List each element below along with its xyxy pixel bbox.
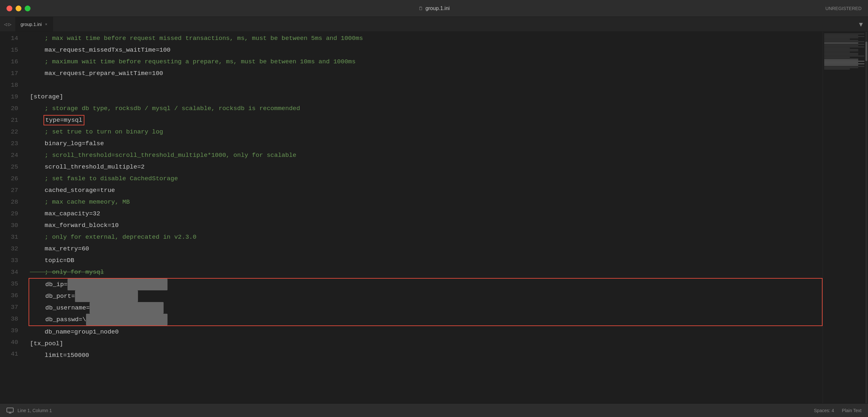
redacted-ip bbox=[67, 279, 167, 290]
code-line-30: max_forward_block=10 bbox=[30, 219, 823, 231]
nav-back-icon[interactable]: ◁ bbox=[4, 21, 7, 28]
cursor-position: Line 1, Column 1 bbox=[18, 408, 52, 413]
minimap-line bbox=[824, 44, 864, 45]
tab-label: group.1.ini bbox=[21, 22, 41, 27]
code-line-38: db_passwd=\ bbox=[29, 314, 823, 326]
minimap-line bbox=[824, 39, 850, 40]
code-line-29: max_capacity=32 bbox=[30, 208, 823, 219]
line-number: 23 bbox=[5, 138, 18, 149]
redacted-username bbox=[90, 302, 164, 314]
line-number: 30 bbox=[5, 219, 18, 231]
file-icon: 🗒 bbox=[418, 6, 423, 11]
code-line-19: [storage] bbox=[30, 91, 823, 102]
code-line-16: ; maximum wait time before requesting a … bbox=[30, 56, 823, 67]
code-line-32: max_retry=60 bbox=[30, 243, 823, 255]
code-line-40: [tx_pool] bbox=[30, 338, 823, 350]
code-line-37: db_username= bbox=[29, 302, 823, 314]
minimap-line bbox=[824, 35, 858, 36]
code-line-39: db_name=group1_node0 bbox=[30, 326, 823, 338]
svg-rect-0 bbox=[7, 408, 13, 412]
minimap-line bbox=[824, 58, 858, 59]
line-number: 15 bbox=[5, 44, 18, 56]
minimap bbox=[823, 32, 868, 404]
line-number: 34 bbox=[5, 266, 18, 278]
line-number: 19 bbox=[5, 91, 18, 102]
title-bar: 🗒 group.1.ini UNREGISTERED bbox=[0, 0, 868, 17]
redacted-port bbox=[75, 290, 138, 302]
window-title: 🗒 group.1.ini bbox=[418, 5, 450, 11]
code-line-27: cached_storage=true bbox=[30, 184, 823, 196]
code-line-22: ; set true to turn on binary log bbox=[30, 126, 823, 138]
line-number: 20 bbox=[5, 102, 18, 114]
minimap-line bbox=[824, 68, 850, 69]
minimap-line bbox=[824, 50, 858, 51]
traffic-lights bbox=[6, 5, 31, 11]
line-number: 41 bbox=[5, 348, 18, 360]
minimap-line bbox=[824, 42, 858, 43]
code-line-34: ; only for mysql bbox=[30, 266, 823, 278]
code-line-26: ; set fasle to disable CachedStorage bbox=[30, 173, 823, 184]
minimap-line bbox=[824, 37, 858, 38]
line-number: 29 bbox=[5, 208, 18, 219]
minimap-line bbox=[824, 52, 850, 53]
minimap-scrollbar-track bbox=[865, 32, 867, 404]
line-number: 35 bbox=[5, 278, 18, 290]
minimap-scrollbar-thumb[interactable] bbox=[865, 41, 867, 61]
maximize-button[interactable] bbox=[25, 5, 31, 11]
tab-group-ini[interactable]: group.1.ini × bbox=[15, 17, 53, 31]
line-number: 36 bbox=[5, 290, 18, 301]
minimap-line bbox=[824, 59, 858, 60]
unregistered-label: UNREGISTERED bbox=[826, 6, 862, 11]
line-number: 38 bbox=[5, 313, 18, 325]
code-line-21: type=mysql bbox=[30, 114, 823, 126]
minimap-line bbox=[824, 47, 864, 48]
minimap-line bbox=[824, 65, 858, 66]
code-line-24: ; scroll_threshold=scroll_threshold_mult… bbox=[30, 149, 823, 161]
tab-bar: ◁ ▷ group.1.ini × ▼ bbox=[0, 17, 868, 32]
nav-arrows[interactable]: ◁ ▷ bbox=[0, 21, 15, 28]
minimap-line bbox=[824, 61, 864, 62]
status-left: Line 1, Column 1 bbox=[6, 408, 52, 413]
line-number: 14 bbox=[5, 32, 18, 44]
minimap-line bbox=[824, 57, 850, 58]
code-line-15: max_request_missedTxs_waitTime=100 bbox=[30, 44, 823, 56]
line-number: 27 bbox=[5, 184, 18, 196]
code-line-41: limit=150000 bbox=[30, 350, 823, 361]
line-number: 25 bbox=[5, 161, 18, 173]
minimap-line bbox=[824, 66, 864, 67]
minimap-line bbox=[824, 36, 864, 37]
tab-close-button[interactable]: × bbox=[45, 22, 48, 27]
status-right: Spaces: 4 Plain Text bbox=[814, 408, 862, 413]
highlight-type-mysql: type=mysql bbox=[45, 116, 83, 124]
tab-dropdown-icon[interactable]: ▼ bbox=[854, 17, 868, 32]
line-number: 33 bbox=[5, 255, 18, 266]
minimap-line bbox=[824, 33, 864, 34]
line-number: 37 bbox=[5, 301, 18, 313]
line-number: 26 bbox=[5, 173, 18, 184]
minimap-line bbox=[824, 45, 858, 46]
minimap-line bbox=[824, 41, 864, 42]
nav-forward-icon[interactable]: ▷ bbox=[8, 21, 12, 28]
code-line-35: db_ip= bbox=[29, 278, 823, 290]
redacted-passwd bbox=[86, 314, 167, 325]
line-numbers: 14 15 16 17 18 19 20 21 22 23 24 25 26 2… bbox=[0, 32, 23, 404]
title-text: group.1.ini bbox=[426, 5, 450, 11]
line-number: 18 bbox=[5, 79, 18, 91]
minimize-button[interactable] bbox=[16, 5, 22, 11]
minimap-line bbox=[824, 54, 858, 55]
code-line-17: max_request_prepare_waitTime=100 bbox=[30, 67, 823, 79]
code-line-36: db_port= bbox=[29, 290, 823, 302]
minimap-line bbox=[824, 62, 858, 63]
minimap-line bbox=[824, 67, 858, 68]
line-number: 40 bbox=[5, 336, 18, 348]
spaces-label: Spaces: 4 bbox=[814, 408, 834, 413]
editor-wrapper: 14 15 16 17 18 19 20 21 22 23 24 25 26 2… bbox=[0, 32, 868, 404]
code-line-33: topic=DB bbox=[30, 255, 823, 266]
minimap-line bbox=[824, 49, 858, 50]
minimap-line bbox=[824, 56, 864, 57]
line-number: 21 bbox=[5, 114, 18, 126]
line-number: 22 bbox=[5, 126, 18, 138]
code-line-25: scroll_threshold_multiple=2 bbox=[30, 161, 823, 173]
code-editor[interactable]: ; max wait time before request missed tr… bbox=[23, 32, 823, 404]
close-button[interactable] bbox=[6, 5, 12, 11]
